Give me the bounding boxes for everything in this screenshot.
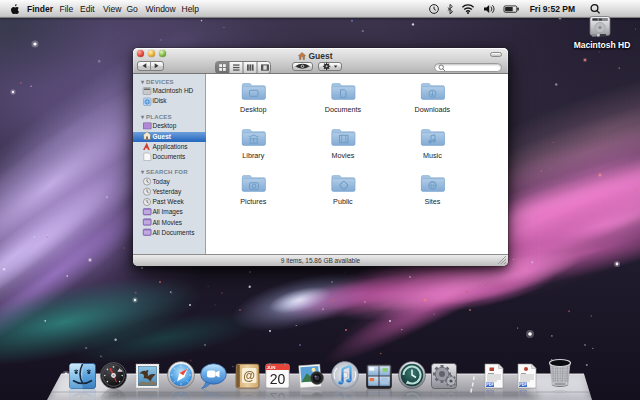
svg-text:@: @ — [243, 368, 255, 382]
svg-text:PDF: PDF — [519, 383, 527, 387]
svg-text:JUN: JUN — [267, 364, 276, 369]
svg-text:20: 20 — [270, 371, 286, 387]
svg-text:PDF: PDF — [486, 383, 494, 387]
